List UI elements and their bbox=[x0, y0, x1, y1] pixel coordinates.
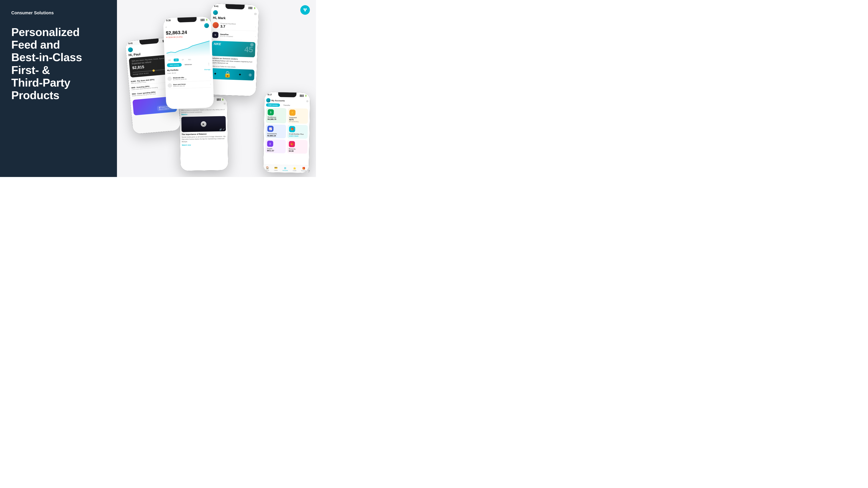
invest-content: ‹ $2,863.24 ▼ $194.96 (-6.4%) bbox=[163, 21, 213, 89]
nav-today[interactable]: 🏠 Today bbox=[266, 166, 269, 171]
paul-slider-thumb bbox=[152, 69, 155, 72]
invest-back-arrow: ‹ bbox=[165, 25, 167, 29]
svg-point-0 bbox=[303, 8, 305, 10]
page-number: 7 bbox=[308, 169, 310, 173]
main-heading: Personalized Feed and Best-in-Class Firs… bbox=[11, 26, 106, 101]
status-icons-accounts: ▌▌▌ 🔋 bbox=[300, 94, 307, 98]
phones-container: 9:41 ▌▌▌ 🔋 Hi, Paul Split your return: P… bbox=[117, 0, 316, 177]
mark-game-icon: G bbox=[212, 32, 219, 38]
invest-chart bbox=[166, 39, 210, 58]
feed-video-thumb: ▶ 🔊 ⤢ bbox=[181, 116, 226, 132]
tile-rewards: 🎁 Rewards $4.90 bbox=[287, 140, 308, 154]
accounts-avatar bbox=[266, 98, 270, 102]
left-panel: Consumer Solutions Personalized Feed and… bbox=[0, 0, 117, 177]
accounts-grid: $ RealMoney $4,580.70 ⚡ Instacash $275 $… bbox=[265, 108, 308, 154]
svg-point-1 bbox=[305, 8, 307, 10]
phone-notch-mark bbox=[225, 4, 245, 9]
nav-loans[interactable]: 💳 Loans bbox=[274, 166, 278, 171]
share-icon-feed: ⊡ bbox=[223, 102, 225, 105]
accounts-tabs: Add money Transfer bbox=[266, 103, 308, 107]
investments-icon: 📈 bbox=[267, 126, 273, 132]
mark-greeting: Hi, Mark bbox=[213, 16, 256, 21]
paul-avatar bbox=[128, 47, 133, 53]
phone-invest: 9:39 ▌▌▌ 🔋 ‹ $2,863.24 ▼ $194.96 (-6.4%) bbox=[163, 17, 214, 109]
accounts-content: My Accounts ⊡ Add money Transfer $ RealM… bbox=[264, 97, 310, 154]
add-money-tab[interactable]: Add money bbox=[266, 103, 280, 107]
nav-accounts[interactable]: ⊞ Accounts bbox=[282, 167, 288, 171]
crypto-icon: ₿ bbox=[267, 140, 273, 147]
mark-avatar bbox=[213, 10, 218, 15]
status-icons-invest: ▌▌▌ 🔋 bbox=[201, 18, 208, 22]
phone-accounts: 9:17 ▌▌▌ 🔋 My Accounts ⊡ Add money Trans… bbox=[263, 92, 310, 173]
mark-nike-banner: 45 NIKE ↑ bbox=[212, 41, 255, 58]
tile-investments: 📈 Investments $2,863.24 bbox=[266, 124, 286, 138]
nav-rewards[interactable]: 🎁 Rewards bbox=[301, 167, 306, 171]
stars-icon-right: ✦ bbox=[238, 72, 242, 77]
share-icon-2: ↑ bbox=[249, 73, 252, 76]
share-icon: ↑ bbox=[250, 43, 254, 46]
nav-credit[interactable]: ⭐ Credit bbox=[293, 167, 296, 171]
invest-tabs: 1W 1M 1Y ALL bbox=[167, 58, 210, 62]
status-icons-mark: ▌▌▌ 🔋 bbox=[249, 6, 256, 10]
logo-icon bbox=[300, 5, 310, 15]
bottom-nav-accounts: 🏠 Today 💳 Loans ⊞ Accounts ⭐ Credit bbox=[263, 164, 309, 173]
transfer-tab[interactable]: Transfer bbox=[281, 104, 292, 107]
phone-notch-invest bbox=[177, 17, 196, 23]
credit-icon: 🎁 bbox=[289, 126, 295, 132]
add-money-button[interactable]: Add money bbox=[167, 63, 182, 67]
tile-crypto: ₿ Crypto $611.57 bbox=[265, 139, 286, 153]
mark-score-row: Financial HeartBeat 3.7 › bbox=[212, 21, 256, 31]
portfolio-item-2: Earn and Grow $256.30 | $11.28 › bbox=[167, 81, 211, 89]
right-panel: 7 9:41 ▌▌▌ 🔋 Hi, Paul bbox=[117, 0, 316, 177]
mark-content: ⊡ Hi, Mark Financial HeartBeat 3.7 › G bbox=[209, 8, 259, 80]
tile-realmoney: $ RealMoney $4,580.70 bbox=[266, 108, 286, 123]
learn-more-link[interactable]: Learn more bbox=[289, 135, 299, 137]
rewards-icon: 🎁 bbox=[289, 141, 295, 147]
more-options[interactable]: ⋮ bbox=[207, 62, 211, 65]
mark-game-row: G GamePlan 30 of 62 completed › bbox=[212, 31, 256, 41]
status-icons-feed: ▌▌▌ 🔋 bbox=[217, 98, 224, 101]
portfolio-icon-1 bbox=[167, 76, 172, 81]
mark-lock-banner: ✦ 🔒 ✦ ↑ bbox=[211, 68, 254, 80]
manage-link[interactable]: Manage bbox=[204, 68, 211, 70]
tile-instacash: ⚡ Instacash $275 $0 outstanding bbox=[287, 108, 308, 124]
invest-avatar bbox=[204, 23, 209, 28]
realmoney-icon: $ bbox=[268, 109, 274, 115]
video-controls: 🔊 ⤢ bbox=[219, 128, 224, 130]
category-label: Consumer Solutions bbox=[11, 10, 106, 15]
withdraw-button[interactable]: Withdraw bbox=[183, 62, 193, 67]
phone-mark: 9:41 ▌▌▌ 🔋 ⊡ Hi, Mark Financial HeartBe bbox=[208, 3, 259, 96]
portfolio-icon-2 bbox=[167, 83, 172, 88]
instacash-icon: ⚡ bbox=[289, 109, 295, 116]
tile-credit-builder: 🎁 Credit Builder Plus Learn more bbox=[287, 125, 308, 139]
watch-now-link[interactable]: Watch now bbox=[182, 143, 226, 146]
invest-amount: $2,863.24 bbox=[165, 29, 209, 36]
accounts-more: ⊡ bbox=[306, 100, 308, 102]
lock-icon: 🔒 bbox=[224, 70, 231, 78]
mark-score-icon bbox=[212, 22, 219, 28]
phone-notch-accounts bbox=[278, 92, 297, 97]
stars-icon: ✦ bbox=[214, 71, 217, 76]
accounts-my-accounts: My Accounts bbox=[271, 99, 306, 102]
invest-buttons: Add money Withdraw ⋮ bbox=[167, 62, 210, 67]
